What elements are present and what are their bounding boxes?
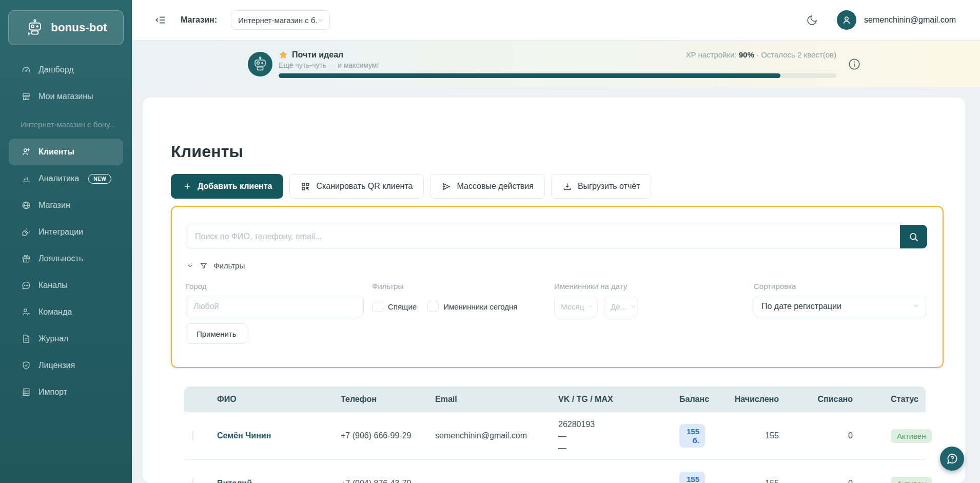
chevron-down-icon bbox=[317, 16, 324, 24]
sidebar-item-dashboard[interactable]: Дашборд bbox=[9, 56, 123, 83]
mass-actions-button[interactable]: Массовые действия bbox=[430, 174, 544, 199]
client-name[interactable]: Виталий bbox=[217, 479, 341, 483]
funnel-icon bbox=[200, 262, 208, 270]
column-header: Начислено bbox=[726, 395, 800, 404]
clients-icon bbox=[21, 147, 31, 158]
city-input[interactable] bbox=[186, 296, 364, 317]
star-icon bbox=[279, 50, 288, 60]
app-window: bonus-bot Дашборд Мои магазины Интернет-… bbox=[0, 0, 980, 483]
xp-banner: Почти идеал XP настройки: 90% · Осталось… bbox=[132, 40, 980, 87]
storefront-icon bbox=[21, 91, 31, 102]
bar-chart-icon bbox=[21, 173, 31, 184]
sidebar-item-label: Клиенты bbox=[38, 147, 74, 157]
new-badge: NEW bbox=[88, 174, 111, 184]
filters-toggle[interactable]: Фильтры bbox=[186, 261, 245, 270]
content-area: Клиенты Добавить клиента Сканировать QR … bbox=[132, 87, 980, 483]
column-header: Баланс bbox=[679, 395, 726, 404]
status-badge: Активен bbox=[891, 477, 932, 483]
sidebar-item-loyalty[interactable]: Лояльность bbox=[9, 245, 123, 272]
sidebar-item-label: Мои магазины bbox=[38, 92, 93, 101]
checkbox-icon[interactable] bbox=[372, 301, 383, 312]
dark-mode-toggle-icon[interactable] bbox=[806, 14, 818, 26]
clients-card: Клиенты Добавить клиента Сканировать QR … bbox=[143, 98, 965, 483]
xp-progress-fill bbox=[279, 73, 780, 78]
sidebar-item-integrations[interactable]: Интеграции bbox=[9, 219, 123, 245]
info-icon[interactable] bbox=[848, 57, 861, 71]
user-email[interactable]: semenchinin@gmail.com bbox=[864, 15, 956, 25]
client-name[interactable]: Семён Чинин bbox=[217, 431, 341, 440]
apply-button[interactable]: Применить bbox=[186, 323, 247, 344]
row-checkbox[interactable] bbox=[192, 431, 193, 440]
xp-banner-content: Почти идеал XP настройки: 90% · Осталось… bbox=[279, 50, 836, 78]
xp-progress-text: XP настройки: 90% · Осталось 2 квест(ов) bbox=[686, 50, 836, 59]
day-select[interactable]: Де... bbox=[604, 296, 638, 317]
sidebar-item-analytics[interactable]: Аналитика NEW bbox=[9, 165, 123, 192]
sidebar-item-label: Лояльность bbox=[38, 254, 83, 263]
column-header: Email bbox=[435, 395, 558, 404]
xp-banner-title: Почти идеал bbox=[292, 50, 343, 60]
sidebar-item-journal[interactable]: Журнал bbox=[9, 325, 123, 352]
download-icon bbox=[562, 182, 572, 191]
scan-qr-button[interactable]: Сканировать QR клиента bbox=[289, 174, 424, 199]
table-row[interactable]: Семён Чинин +7 (906) 666-99-29 semenchin… bbox=[184, 412, 926, 460]
collapse-sidebar-icon[interactable] bbox=[154, 13, 167, 27]
person-icon bbox=[841, 14, 852, 26]
checkbox-icon[interactable] bbox=[427, 301, 439, 312]
actions-row: Добавить клиента Сканировать QR клиента … bbox=[171, 174, 944, 199]
plus-icon bbox=[182, 182, 192, 191]
sidebar-item-label: Команда bbox=[38, 307, 72, 317]
client-written-off: 0 bbox=[800, 479, 873, 483]
chevron-down-icon bbox=[630, 302, 636, 311]
status-badge: Активен bbox=[891, 429, 932, 443]
sidebar-item-channels[interactable]: Каналы bbox=[9, 272, 123, 299]
sort-select-value: По дате регистрации bbox=[761, 302, 841, 311]
city-label: Город bbox=[186, 282, 364, 291]
birthday-date-label: Именинники на дату bbox=[554, 282, 641, 291]
sidebar: bonus-bot Дашборд Мои магазины Интернет-… bbox=[0, 0, 132, 483]
user-avatar[interactable] bbox=[837, 10, 856, 30]
balance-badge[interactable]: 155 б. bbox=[679, 424, 705, 448]
sidebar-item-label: Интеграции bbox=[38, 227, 83, 237]
search-input[interactable] bbox=[186, 225, 900, 248]
balance-badge[interactable]: 155 б. bbox=[679, 472, 705, 483]
logo[interactable]: bonus-bot bbox=[8, 10, 124, 45]
filters-group-label: Фильтры bbox=[372, 282, 506, 291]
store-select[interactable]: Интернет-магазин с б... bbox=[231, 10, 330, 30]
column-header: ФИО bbox=[217, 395, 341, 404]
help-chat-button[interactable] bbox=[940, 447, 964, 471]
clients-table: ФИО Телефон Email VK / TG / MAX Баланс Н… bbox=[184, 387, 926, 483]
chevron-down-icon bbox=[912, 302, 919, 311]
sidebar-item-team[interactable]: Команда bbox=[9, 299, 123, 325]
send-icon bbox=[441, 182, 451, 191]
gift-icon bbox=[21, 254, 31, 264]
row-checkbox[interactable] bbox=[192, 478, 193, 483]
add-client-button[interactable]: Добавить клиента bbox=[171, 174, 283, 199]
client-social-ids: 26280193 — — bbox=[558, 418, 679, 454]
sidebar-item-import[interactable]: Импорт bbox=[9, 379, 123, 405]
birthday-today-checkbox[interactable]: Именинники сегодня bbox=[427, 301, 517, 312]
table-header: ФИО Телефон Email VK / TG / MAX Баланс Н… bbox=[184, 387, 926, 412]
sidebar-section-label: Интернет-магазин с бону... bbox=[9, 110, 123, 139]
sidebar-item-clients[interactable]: Клиенты bbox=[9, 139, 123, 165]
sleeping-checkbox[interactable]: Спящие bbox=[372, 301, 417, 312]
sort-select[interactable]: По дате регистрации bbox=[754, 296, 927, 317]
sidebar-item-label: Журнал bbox=[38, 334, 68, 343]
sleeping-checkbox-label: Спящие bbox=[388, 302, 417, 311]
sidebar-item-license[interactable]: Лицензия bbox=[9, 352, 123, 379]
main-area: Магазин: Интернет-магазин с б... semench… bbox=[132, 0, 980, 483]
search-icon bbox=[908, 231, 919, 242]
shield-check-icon bbox=[21, 360, 31, 371]
team-icon bbox=[21, 307, 31, 318]
chevron-down-icon bbox=[587, 302, 594, 311]
sidebar-item-label: Лицензия bbox=[38, 361, 75, 370]
sidebar-item-label: Каналы bbox=[38, 281, 68, 290]
chat-icon bbox=[21, 280, 31, 291]
sidebar-item-my-stores[interactable]: Мои магазины bbox=[9, 83, 123, 110]
client-email: semenchinin@gmail.com bbox=[435, 431, 558, 440]
month-select[interactable]: Месяц bbox=[554, 296, 598, 317]
export-report-button[interactable]: Выгрузить отчёт bbox=[551, 174, 652, 199]
sidebar-item-store[interactable]: Магазин bbox=[9, 192, 123, 219]
table-row[interactable]: Виталий +7 (904) 876-43-70 — 155 б. 155 … bbox=[184, 460, 926, 483]
search-button[interactable] bbox=[900, 225, 927, 248]
birthday-today-checkbox-label: Именинники сегодня bbox=[443, 302, 517, 311]
